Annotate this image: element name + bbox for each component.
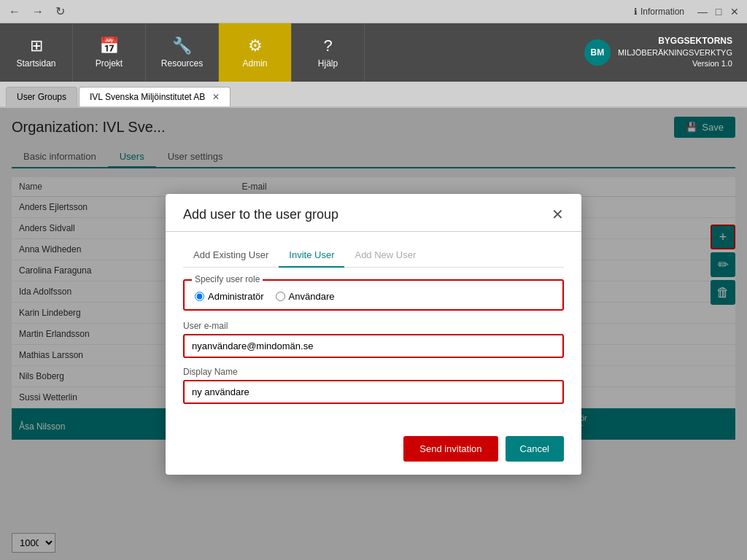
modal-tab-add-existing-label: Add Existing User: [193, 249, 268, 260]
nav-label-resources: Resources: [161, 58, 203, 69]
window-controls: — □ ✕: [696, 5, 741, 18]
projekt-icon: 📅: [99, 36, 119, 55]
modal-tab-add-existing[interactable]: Add Existing User: [183, 244, 279, 268]
role-admin-text: Administratör: [208, 291, 264, 302]
nav-item-resources[interactable]: 🔧 Resources: [146, 23, 219, 82]
brand-version: Version 1.0: [618, 58, 732, 69]
maximize-button[interactable]: □: [712, 5, 725, 18]
modal-close-button[interactable]: ✕: [551, 207, 564, 222]
modal-tab-invite-user-label: Invite User: [289, 249, 334, 260]
refresh-button[interactable]: ↻: [53, 3, 68, 20]
admin-icon: ⚙: [248, 36, 263, 55]
role-user-text: Användare: [289, 291, 335, 302]
brand-subtitle: MILJÖBERÄKNINGSVERKTYG: [618, 47, 732, 58]
brand-title: BYGGSEKTORNS: [618, 35, 732, 47]
tab-label-user-groups: User Groups: [17, 92, 66, 102]
modal-title: Add user to the user group: [183, 207, 338, 222]
hjälp-icon: ?: [323, 36, 332, 55]
minimize-button[interactable]: —: [696, 5, 709, 18]
close-window-button[interactable]: ✕: [728, 5, 741, 18]
modal-tab-invite-user[interactable]: Invite User: [279, 244, 344, 268]
tab-user-groups[interactable]: User Groups: [6, 87, 77, 106]
cancel-button[interactable]: Cancel: [506, 436, 564, 462]
role-admin-label[interactable]: Administratör: [195, 291, 264, 302]
modal-overlay: Add user to the user group ✕ Add Existin…: [0, 108, 747, 560]
modal-tab-add-new: Add New User: [344, 244, 426, 268]
nav-label-startsidan: Startsidan: [16, 58, 55, 69]
nav-item-projekt[interactable]: 📅 Projekt: [73, 23, 146, 82]
nav-item-admin[interactable]: ⚙ Admin: [219, 23, 292, 82]
role-admin-radio[interactable]: [195, 292, 204, 301]
top-bar-right: ℹ Information — □ ✕: [634, 5, 741, 18]
nav-label-admin: Admin: [242, 58, 267, 69]
brand: BM BYGGSEKTORNS MILJÖBERÄKNINGSVERKTYG V…: [584, 23, 747, 82]
send-invitation-button[interactable]: Send invitation: [403, 436, 498, 462]
nav-controls: ← → ↻: [6, 3, 68, 20]
role-user-label[interactable]: Användare: [276, 291, 335, 302]
tab-close-icon[interactable]: ✕: [212, 92, 220, 102]
nav-label-projekt: Projekt: [96, 58, 123, 69]
role-radio-group: Administratör Användare: [195, 288, 552, 302]
main-content: Organization: IVL Sve... 💾 Save Basic in…: [0, 108, 747, 560]
modal-tab-add-new-label: Add New User: [355, 249, 416, 260]
back-button[interactable]: ←: [6, 4, 23, 20]
role-legend: Specify user role: [192, 274, 263, 284]
email-label: User e-mail: [183, 321, 564, 331]
modal-footer: Send invitation Cancel: [166, 427, 581, 475]
role-user-radio[interactable]: [276, 292, 285, 301]
tab-ivl[interactable]: IVL Svenska Miljöinstitutet AB ✕: [79, 87, 231, 106]
tab-bar: User Groups IVL Svenska Miljöinstitutet …: [0, 82, 747, 108]
brand-text: BYGGSEKTORNS MILJÖBERÄKNINGSVERKTYG Vers…: [618, 35, 732, 70]
information-button[interactable]: ℹ Information: [634, 7, 684, 17]
info-icon: ℹ: [634, 7, 638, 17]
tab-label-ivl: IVL Svenska Miljöinstitutet AB: [90, 92, 205, 102]
nav-label-hjälp: Hjälp: [318, 58, 338, 69]
email-input[interactable]: [183, 334, 564, 358]
modal-dialog: Add user to the user group ✕ Add Existin…: [166, 194, 581, 475]
modal-body: Add Existing User Invite User Add New Us…: [166, 232, 581, 427]
forward-button[interactable]: →: [29, 4, 47, 20]
nav-bar: ⊞ Startsidan 📅 Projekt 🔧 Resources ⚙ Adm…: [0, 23, 747, 82]
nav-item-startsidan[interactable]: ⊞ Startsidan: [0, 23, 73, 82]
display-name-label: Display Name: [183, 367, 564, 377]
role-fieldset: Specify user role Administratör Användar…: [183, 279, 564, 311]
startsidan-icon: ⊞: [30, 36, 43, 55]
modal-tabs: Add Existing User Invite User Add New Us…: [183, 244, 564, 268]
avatar: BM: [584, 39, 611, 66]
resources-icon: 🔧: [172, 36, 192, 55]
info-label: Information: [640, 7, 684, 17]
top-bar: ← → ↻ ℹ Information — □ ✕: [0, 0, 747, 23]
display-name-input[interactable]: [183, 380, 564, 404]
nav-item-hjälp[interactable]: ? Hjälp: [292, 23, 365, 82]
modal-header: Add user to the user group ✕: [166, 194, 581, 232]
